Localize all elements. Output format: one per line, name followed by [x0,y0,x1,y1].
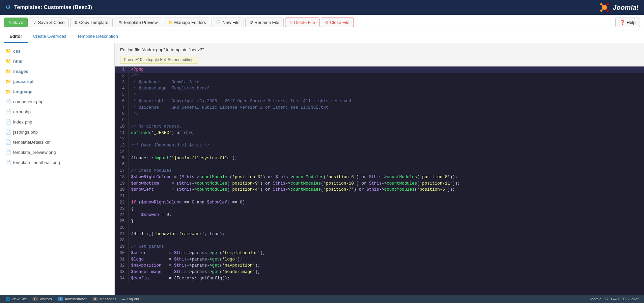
sidebar-item-label: html [13,59,22,64]
code-line-24: 24 $showno = 0; [115,212,644,218]
file-icon: 📄 [5,139,11,145]
code-line-19: 19 $showbottom = ($this->countModules('p… [115,181,644,187]
logout-item[interactable]: — Log out [122,297,139,301]
rename-icon: ↺ [250,20,253,25]
code-line-34: 34 $config = JFactory::getConfig(); [115,275,644,282]
toolbar-right: ❓ Help [615,18,640,27]
code-line-10: 10 // No direct access. [115,123,644,130]
help-icon: ❓ [620,20,625,25]
visitors-badge: 0 [32,297,38,301]
sidebar-item-jsstrings-php[interactable]: 📄 jsstrings.php [0,127,114,137]
settings-icon: ⚙ [5,4,11,11]
close-file-button[interactable]: ⊗ Close File [321,18,354,27]
sidebar-item-images[interactable]: 📁 images [0,66,114,76]
save-close-button[interactable]: ✓ Save & Close [29,18,69,27]
manage-folders-button[interactable]: 📁 Manage Folders [164,18,211,27]
sidebar-item-label: css [13,49,21,54]
sidebar-item-css[interactable]: 📁 css [0,46,114,56]
fullscreen-hint: Press F10 to toggle Full Screen editing. [120,56,198,64]
code-line-28: 28 [115,237,644,244]
sidebar: 📁 css 📁 html 📁 images 📁 javascript 📁 lan… [0,43,115,295]
sidebar-item-error-php[interactable]: 📄 error.php [0,107,114,117]
sidebar-item-index-php[interactable]: 📄 index.php [0,117,114,127]
sidebar-item-javascript[interactable]: 📁 javascript [0,76,114,86]
save-button[interactable]: ✎ Save [4,18,28,27]
delete-icon: ✕ [289,20,293,25]
code-line-25: 25 } [115,218,644,225]
file-icon: 📄 [5,160,11,165]
code-line-15: 15 JLoader::import('joomla.filesystem.fi… [115,155,644,162]
code-line-22: 22 if ($showRightColumn == 0 and $showle… [115,199,644,206]
code-line-26: 26 [115,225,644,231]
copy-template-button[interactable]: ⧉ Copy Template [70,18,112,27]
code-line-6: 6 * @copyright Copyright (C) 2005 - 2017… [115,98,644,105]
copy-icon: ⧉ [75,20,78,25]
template-preview-button[interactable]: ⊞ Template Preview [114,18,162,27]
file-icon: 📄 [5,99,11,104]
sidebar-item-template-thumbnail-png[interactable]: 📄 template_thumbnail.png [0,157,114,167]
file-icon: 📄 [5,129,11,135]
top-header: ⚙ Templates: Customise (Beez3) Joomla! [0,0,644,15]
admin-badge: 1 [57,297,63,301]
code-editor[interactable]: 1 <?php 2 /** 3 * @package Joomla.Site 4… [115,66,644,295]
tab-create-overrides[interactable]: Create Overrides [28,30,72,43]
joomla-logo-icon [598,1,611,13]
view-site-item[interactable]: 🌐 View Site [5,297,27,301]
check-icon: ✓ [33,20,37,25]
code-line-21: 21 [115,193,644,199]
code-line-3: 3 * @package Joomla.Site [115,79,644,86]
folder-icon: 📁 [5,58,11,64]
sidebar-item-label: template_thumbnail.png [13,160,60,165]
file-icon: 📄 [5,149,11,155]
code-line-7: 7 * @license GNU General Public License … [115,105,644,111]
code-line-5: 5 * [115,92,644,98]
fullscreen-hint-wrapper: Press F10 to toggle Full Screen editing. [115,54,644,66]
code-line-12: 12 [115,136,644,142]
help-button[interactable]: ❓ Help [615,18,640,27]
folder-icon: 📁 [168,20,173,25]
sidebar-item-label: language [13,89,32,94]
editor-area: Editing file "/index.php" in template "b… [115,43,644,295]
code-line-17: 17 // Check modules [115,168,644,174]
file-icon: 📄 [5,109,11,114]
code-line-33: 33 $headerImage = $this->params->get('he… [115,269,644,275]
delete-file-button[interactable]: ✕ Delete File [285,18,319,27]
sidebar-item-html[interactable]: 📁 html [0,56,114,66]
sidebar-item-label: error.php [13,109,31,114]
code-line-30: 30 $color = $this->params->get('template… [115,250,644,256]
header-left: ⚙ Templates: Customise (Beez3) [5,4,92,11]
messages-item: 0 Messages [92,297,116,301]
code-line-31: 31 $logo = $this->params->get('logo'); [115,256,644,263]
code-line-13: 13 /** @var JDocumentHtml $this */ [115,142,644,149]
save-icon: ✎ [8,20,12,25]
code-line-27: 27 JHtml::_('behavior.framework', true); [115,231,644,238]
sidebar-item-label: component.php [13,99,44,104]
toolbar: ✎ Save ✓ Save & Close ⧉ Copy Template ⊞ … [0,15,644,30]
main-content: 📁 css 📁 html 📁 images 📁 javascript 📁 lan… [0,43,644,295]
sidebar-item-label: images [13,69,28,74]
sidebar-item-language[interactable]: 📁 language [0,86,114,97]
code-line-32: 32 $navposition = $this->params->get('na… [115,263,644,269]
sidebar-item-templatedetails-xml[interactable]: 📄 templateDetails.xml [0,137,114,147]
new-file-icon: 📄 [216,20,221,25]
view-site-icon: 🌐 [5,297,10,301]
folder-icon: 📁 [5,79,11,84]
sidebar-item-label: template_preview.png [13,150,56,155]
sidebar-item-template-preview-png[interactable]: 📄 template_preview.png [0,147,114,157]
footer-version: Joomla! 3.7.0 — © 2022 joker [589,297,639,301]
joomla-text: Joomla! [613,4,639,11]
editing-info: Editing file "/index.php" in template "b… [115,43,644,54]
new-file-button[interactable]: 📄 New File [212,18,244,27]
tab-template-description[interactable]: Template Description [72,30,123,43]
sidebar-item-label: index.php [13,119,32,125]
messages-badge: 0 [92,297,98,301]
code-line-1: 1 <?php [115,66,644,73]
code-line-18: 18 $showRightColumn = ($this->countModul… [115,174,644,181]
tab-editor[interactable]: Editor [4,30,28,43]
code-table: 1 <?php 2 /** 3 * @package Joomla.Site 4… [115,66,644,282]
sidebar-item-label: templateDetails.xml [13,140,51,145]
rename-file-button[interactable]: ↺ Rename File [245,18,284,27]
sidebar-item-component-php[interactable]: 📄 component.php [0,97,114,107]
code-line-4: 4 * @subpackage Templates.beez3 [115,85,644,92]
code-line-11: 11 defined('_JEXEC') or die; [115,130,644,136]
